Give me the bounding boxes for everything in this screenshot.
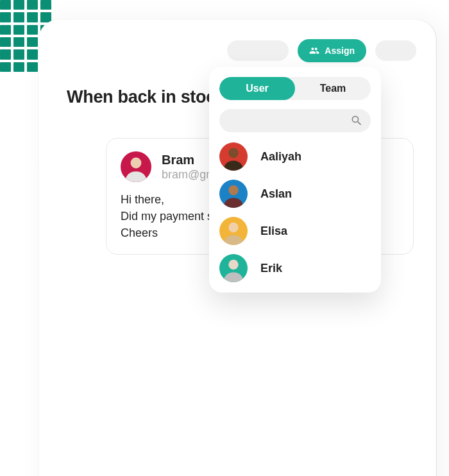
assign-button[interactable]: Assign [298, 39, 366, 62]
person-icon [219, 217, 248, 245]
search-field[interactable] [219, 109, 371, 132]
svg-point-2 [228, 185, 238, 195]
user-row[interactable]: Erik [219, 254, 371, 282]
user-name: Aaliyah [260, 150, 301, 164]
toolbar-action-placeholder [227, 40, 289, 61]
svg-point-4 [228, 260, 238, 269]
svg-point-1 [228, 148, 238, 158]
assign-popover: User Team Aaliyah Aslan [209, 67, 381, 293]
person-icon [219, 142, 248, 171]
user-row[interactable]: Elisa [219, 217, 371, 245]
assign-button-label: Assign [325, 46, 355, 56]
avatar [219, 254, 248, 282]
svg-point-3 [228, 223, 238, 232]
person-icon [121, 151, 151, 182]
people-icon [309, 46, 319, 56]
tab-team[interactable]: Team [295, 77, 371, 100]
toolbar-action-placeholder [375, 40, 416, 61]
avatar [219, 180, 248, 208]
avatar [219, 142, 248, 171]
toolbar: Assign [227, 39, 416, 62]
user-row[interactable]: Aaliyah [219, 142, 371, 171]
avatar [121, 151, 151, 182]
person-icon [219, 180, 248, 208]
person-icon [219, 254, 248, 282]
user-name: Elisa [260, 225, 287, 238]
tab-user[interactable]: User [219, 77, 295, 100]
search-input[interactable] [219, 109, 371, 132]
avatar [219, 217, 248, 245]
user-list: Aaliyah Aslan Elisa Erik [219, 142, 371, 282]
user-name: Erik [260, 262, 282, 275]
search-icon [350, 114, 363, 127]
segmented-control: User Team [219, 77, 371, 100]
svg-point-0 [131, 158, 142, 169]
page-title: When back in stock [67, 87, 225, 107]
user-name: Aslan [260, 187, 292, 201]
user-row[interactable]: Aslan [219, 180, 371, 208]
